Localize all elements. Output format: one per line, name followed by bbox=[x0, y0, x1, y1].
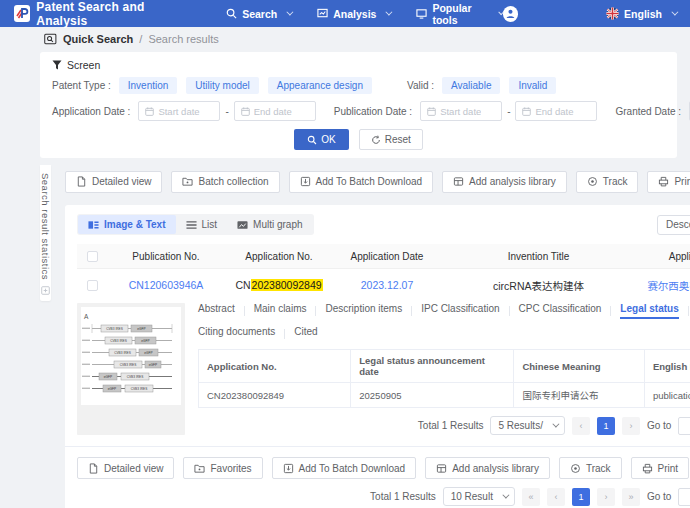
legal-col-chinese: Chinese Meaning bbox=[514, 350, 645, 383]
valid-invalid[interactable]: Invalid bbox=[509, 77, 556, 94]
add-to-batch-download-button[interactable]: Add To Batch Download bbox=[289, 171, 434, 193]
favorites-button[interactable]: Favorites bbox=[183, 457, 262, 479]
legal-status-table: Application No. Legal status announcemen… bbox=[198, 349, 690, 408]
tab-image-text[interactable]: Image & Text bbox=[78, 215, 176, 234]
tab-legal-status[interactable]: Legal status bbox=[620, 303, 678, 319]
tab-citing-documents[interactable]: Citing documents bbox=[198, 326, 275, 342]
patent-figure: A CVB3 IRES eGFP CVB3 IRES eGFP bbox=[81, 307, 181, 403]
applicant-link[interactable]: 赛尔西奥有限公司 bbox=[636, 278, 690, 293]
language-label: English bbox=[624, 8, 662, 20]
next-page-button[interactable]: › bbox=[597, 488, 615, 506]
side-tab-statistics[interactable]: Search result statistics bbox=[40, 165, 51, 301]
reset-button[interactable]: Reset bbox=[359, 129, 423, 150]
svg-text:CVB3 IRES: CVB3 IRES bbox=[106, 327, 123, 331]
svg-text:eGFP: eGFP bbox=[137, 327, 145, 331]
granted-date-label: Granted Date : bbox=[615, 106, 681, 117]
calendar-icon bbox=[427, 107, 436, 116]
legal-date: 20250905 bbox=[351, 383, 514, 408]
svg-text:eGFP: eGFP bbox=[104, 375, 112, 379]
print-icon bbox=[642, 463, 653, 474]
quick-search-icon bbox=[44, 33, 57, 45]
batch-collection-button[interactable]: Batch collection bbox=[171, 171, 279, 193]
patent-type-utility-model[interactable]: Utility model bbox=[186, 77, 258, 94]
page: Patent Search and Analysis Search Analys… bbox=[0, 0, 690, 508]
svg-text:CVB3 IRES: CVB3 IRES bbox=[114, 351, 131, 355]
detailed-view-button[interactable]: Detailed view bbox=[65, 171, 162, 193]
tab-ipc-classification[interactable]: IPC Classification bbox=[421, 303, 499, 319]
patent-type-appearance-design[interactable]: Appearance design bbox=[268, 77, 372, 94]
print-button[interactable]: Print bbox=[647, 171, 690, 193]
application-date-start-input[interactable]: Start date bbox=[138, 101, 220, 121]
prev-page-button[interactable]: ‹ bbox=[547, 488, 565, 506]
breadcrumb-current[interactable]: Quick Search bbox=[63, 33, 133, 45]
app-header: Patent Search and Analysis Search Analys… bbox=[0, 0, 690, 27]
folder-star-icon bbox=[194, 463, 205, 474]
tab-main-claims[interactable]: Main claims bbox=[254, 303, 307, 319]
bottom-toolbar: Detailed view Favorites Add To Batch Dow… bbox=[77, 457, 690, 479]
track-button[interactable]: Track bbox=[576, 171, 639, 193]
expand-icon bbox=[41, 286, 50, 295]
print-button[interactable]: Print bbox=[631, 457, 690, 479]
svg-text:eGFP: eGFP bbox=[149, 363, 157, 367]
list-icon bbox=[186, 220, 197, 230]
language-selector[interactable]: English bbox=[606, 7, 676, 20]
nav-popular-tools[interactable]: Popular tools bbox=[416, 2, 502, 26]
library-icon bbox=[453, 176, 464, 187]
inner-page-1-button[interactable]: 1 bbox=[597, 417, 615, 435]
table-row: CN120603946A CN202380092849 2023.12.07 c… bbox=[77, 269, 690, 301]
tab-abstract[interactable]: Abstract bbox=[198, 303, 235, 319]
last-page-button[interactable]: » bbox=[622, 488, 640, 506]
nav-search[interactable]: Search bbox=[226, 8, 291, 20]
bottom-goto-input[interactable] bbox=[678, 488, 690, 506]
filter-date-row: Application Date : Start date - End date… bbox=[52, 101, 665, 121]
app-logo-icon bbox=[14, 5, 30, 22]
tab-list[interactable]: List bbox=[176, 215, 228, 234]
bottom-page-size-select[interactable]: 10 Result bbox=[443, 487, 515, 506]
inner-prev-page-button[interactable]: ‹ bbox=[572, 417, 590, 435]
track-button[interactable]: Track bbox=[559, 457, 622, 479]
image-text-icon bbox=[88, 220, 99, 230]
col-publication-no: Publication No. bbox=[107, 251, 225, 262]
application-date-end-input[interactable]: End date bbox=[234, 101, 316, 121]
add-analysis-library-button[interactable]: Add analysis library bbox=[442, 171, 567, 193]
publication-no-link[interactable]: CN120603946A bbox=[107, 279, 225, 291]
ok-button[interactable]: OK bbox=[294, 129, 348, 150]
chevron-down-icon bbox=[671, 9, 678, 16]
application-date-group: Application Date : Start date - End date bbox=[52, 101, 316, 121]
inner-page-size-select[interactable]: 5 Results/ bbox=[490, 416, 564, 435]
add-analysis-library-button[interactable]: Add analysis library bbox=[425, 457, 550, 479]
document-icon bbox=[76, 176, 87, 187]
brand[interactable]: Patent Search and Analysis bbox=[14, 0, 192, 28]
patent-type-invention[interactable]: Invention bbox=[119, 77, 178, 94]
inner-next-page-button[interactable]: › bbox=[622, 417, 640, 435]
select-all-checkbox[interactable] bbox=[87, 251, 98, 262]
detailed-view-button[interactable]: Detailed view bbox=[77, 457, 174, 479]
nav-popular-tools-label: Popular tools bbox=[432, 2, 489, 26]
inner-goto-label: Go to bbox=[647, 420, 671, 431]
breadcrumb: Quick Search / Search results bbox=[0, 27, 690, 50]
bottom-total: Total 1 Results bbox=[370, 491, 436, 502]
download-icon bbox=[300, 176, 311, 187]
valid-available[interactable]: Avaliable bbox=[442, 77, 500, 94]
publication-date-end-input[interactable]: End date bbox=[515, 101, 597, 121]
tab-cited[interactable]: Cited bbox=[294, 326, 317, 342]
library-icon bbox=[436, 463, 447, 474]
add-to-batch-download-button[interactable]: Add To Batch Download bbox=[272, 457, 417, 479]
col-application-date: Application Date bbox=[333, 251, 441, 262]
nav-analysis[interactable]: Analysis bbox=[317, 8, 390, 20]
application-date-cell[interactable]: 2023.12.07 bbox=[333, 279, 441, 291]
user-avatar[interactable] bbox=[503, 6, 518, 22]
top-toolbar: Detailed view Batch collection Add To Ba… bbox=[65, 165, 690, 198]
row-checkbox[interactable] bbox=[87, 280, 98, 291]
first-page-button[interactable]: « bbox=[522, 488, 540, 506]
inner-goto-input[interactable] bbox=[678, 417, 690, 435]
tab-multi-graph[interactable]: Multi graph bbox=[227, 215, 312, 234]
patent-figure-thumbnail[interactable]: A CVB3 IRES eGFP CVB3 IRES eGFP bbox=[77, 303, 185, 435]
tab-description-items[interactable]: Description items bbox=[325, 303, 402, 319]
filter-title-label: Screen bbox=[67, 59, 100, 71]
tab-cpc-classification[interactable]: CPC Classification bbox=[519, 303, 602, 319]
publication-date-start-input[interactable]: Start date bbox=[420, 101, 502, 121]
page-1-button[interactable]: 1 bbox=[572, 488, 590, 506]
sort-select[interactable]: Descending bbox=[657, 215, 690, 235]
chevron-down-icon bbox=[552, 421, 559, 428]
